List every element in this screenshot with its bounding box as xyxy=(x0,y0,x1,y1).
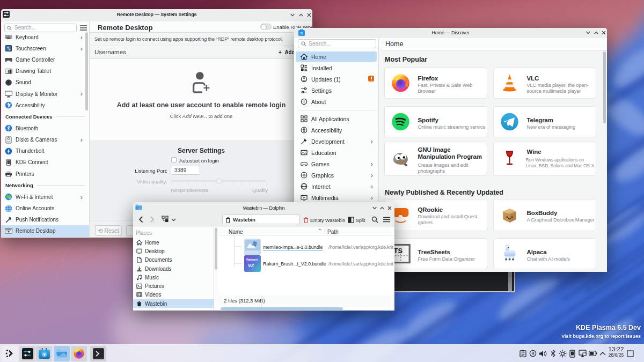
svg-text:TS: TS xyxy=(393,247,402,255)
svg-text:V2: V2 xyxy=(248,263,254,268)
svg-text:Rakurri: Rakurri xyxy=(246,258,258,261)
